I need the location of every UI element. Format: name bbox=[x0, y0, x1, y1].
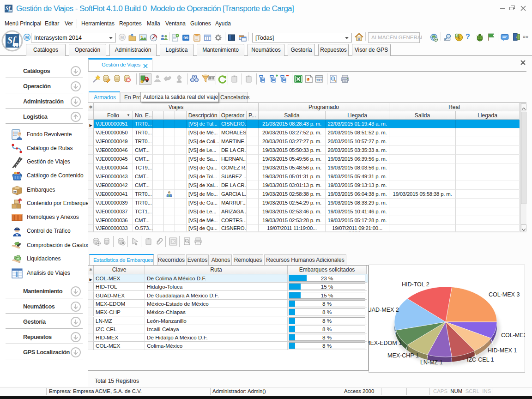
svg-text:M: M bbox=[121, 35, 124, 40]
svg-text:HID-TOL 2: HID-TOL 2 bbox=[402, 281, 429, 288]
svg-text:COL-MEX 1: COL-MEX 1 bbox=[501, 332, 525, 339]
svg-text:HID-MEX 1: HID-MEX 1 bbox=[488, 347, 517, 354]
svg-text:MEX-EDOM 1: MEX-EDOM 1 bbox=[369, 340, 402, 346]
svg-text:€: € bbox=[456, 34, 458, 37]
svg-text:GUAD-MEX 2: GUAD-MEX 2 bbox=[369, 307, 399, 313]
svg-text:TXT: TXT bbox=[316, 79, 322, 82]
svg-text:LN-MZ 1: LN-MZ 1 bbox=[420, 359, 443, 366]
svg-text:COL-MEX 3: COL-MEX 3 bbox=[489, 291, 520, 298]
svg-text:M: M bbox=[25, 35, 29, 40]
svg-text:99: 99 bbox=[183, 35, 188, 40]
svg-text:MEX-CHP 1: MEX-CHP 1 bbox=[387, 352, 419, 359]
svg-text:IZC-CEL 1: IZC-CEL 1 bbox=[467, 357, 494, 363]
